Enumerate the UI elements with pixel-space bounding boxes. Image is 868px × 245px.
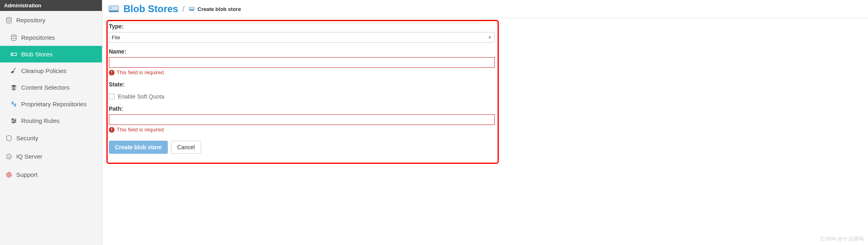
svg-text:IQ: IQ — [7, 155, 11, 159]
nav-group-support[interactable]: Support — [0, 165, 102, 184]
error-text: This field is required — [117, 127, 164, 133]
sidebar-item-proprietary-repositories[interactable]: Proprietary Repositories — [0, 96, 102, 112]
sidebar-item-blob-stores[interactable]: Blob Stores — [0, 46, 102, 62]
breadcrumb: Blob Stores / Create blob store — [102, 0, 868, 18]
field-soft-quota: Enable Soft Quota — [109, 93, 495, 100]
hdd-icon — [188, 6, 195, 12]
path-error: ! This field is required — [109, 127, 495, 133]
field-type: Type: File ▼ — [109, 23, 495, 43]
error-icon: ! — [109, 127, 115, 133]
nav-group-label: Support — [16, 171, 38, 178]
sidebar-item-routing-rules[interactable]: Routing Rules — [0, 112, 102, 129]
svg-point-12 — [8, 174, 10, 176]
sidebar-item-label: Routing Rules — [21, 117, 59, 124]
sidebar-item-label: Content Selectors — [21, 84, 69, 91]
path-label: Path: — [109, 105, 495, 112]
field-state: State: — [109, 81, 495, 88]
nav-group-security[interactable]: Security — [0, 129, 102, 147]
sidebar-item-label: Blob Stores — [21, 51, 53, 58]
button-row: Create blob store Cancel — [109, 141, 495, 154]
field-path: Path: ! This field is required — [109, 105, 495, 133]
svg-point-6 — [12, 118, 13, 120]
lifebuoy-icon — [6, 172, 12, 178]
state-label: State: — [109, 81, 495, 88]
database-icon — [11, 34, 17, 41]
sidebar-header: Administration — [0, 0, 102, 11]
hdd-icon — [11, 51, 17, 58]
database-icon — [6, 17, 12, 24]
broom-icon — [11, 68, 17, 74]
breadcrumb-separator: / — [182, 4, 185, 14]
svg-rect-14 — [109, 11, 119, 12]
nav-group-label: Repository — [16, 17, 45, 24]
main-area: Blob Stores / Create blob store Type: Fi… — [102, 0, 868, 245]
sliders-icon — [11, 118, 17, 124]
content-wrap: Type: File ▼ Name: ! This field is requi… — [102, 18, 868, 245]
quota-checkbox[interactable] — [109, 94, 115, 99]
type-select[interactable]: File ▼ — [109, 32, 495, 43]
svg-rect-17 — [189, 10, 194, 11]
svg-point-8 — [13, 122, 14, 123]
sidebar-item-label: Repositories — [21, 34, 55, 41]
svg-point-1 — [11, 35, 16, 37]
error-icon: ! — [109, 70, 115, 75]
name-label: Name: — [109, 48, 495, 55]
field-name: Name: ! This field is required — [109, 48, 495, 75]
svg-point-4 — [12, 101, 14, 105]
sidebar-item-label: Proprietary Repositories — [21, 101, 87, 107]
sidebar-item-repositories[interactable]: Repositories — [0, 29, 102, 46]
sidebar-item-content-selectors[interactable]: Content Selectors — [0, 79, 102, 96]
cancel-button[interactable]: Cancel — [171, 141, 201, 154]
type-select-value: File — [112, 34, 120, 41]
svg-point-3 — [12, 54, 13, 55]
svg-point-5 — [14, 103, 16, 107]
name-error: ! This field is required — [109, 69, 495, 75]
iq-icon: IQ — [6, 153, 12, 160]
name-input[interactable] — [109, 57, 495, 68]
error-text: This field is required — [117, 69, 164, 75]
hdd-icon — [108, 4, 119, 14]
quota-label: Enable Soft Quota — [118, 93, 164, 100]
shield-icon — [6, 135, 12, 142]
breadcrumb-sub: Create blob store — [188, 6, 241, 12]
svg-point-7 — [15, 120, 16, 121]
sidebar: Administration Repository Repositories B… — [0, 0, 102, 245]
sidebar-item-label: Cleanup Policies — [21, 67, 67, 74]
svg-point-0 — [6, 17, 11, 19]
steps-icon — [11, 101, 17, 107]
path-input[interactable] — [109, 114, 495, 125]
nav-group-label: Security — [16, 135, 38, 142]
layers-icon — [11, 84, 17, 91]
type-label: Type: — [109, 23, 495, 30]
breadcrumb-sub-label: Create blob store — [197, 6, 241, 12]
page-title[interactable]: Blob Stores — [123, 3, 178, 15]
svg-point-15 — [110, 8, 112, 9]
nav-group-iq-server[interactable]: IQ IQ Server — [0, 147, 102, 165]
nav-group-repository[interactable]: Repository — [0, 11, 102, 29]
create-button[interactable]: Create blob store — [109, 141, 168, 154]
nav-group-label: IQ Server — [16, 153, 42, 160]
sidebar-item-cleanup-policies[interactable]: Cleanup Policies — [0, 62, 102, 79]
svg-rect-16 — [189, 7, 194, 10]
chevron-down-icon: ▼ — [488, 35, 492, 40]
watermark: CSDN @十点摆码 — [821, 235, 864, 243]
form-panel: Type: File ▼ Name: ! This field is requi… — [109, 23, 495, 154]
